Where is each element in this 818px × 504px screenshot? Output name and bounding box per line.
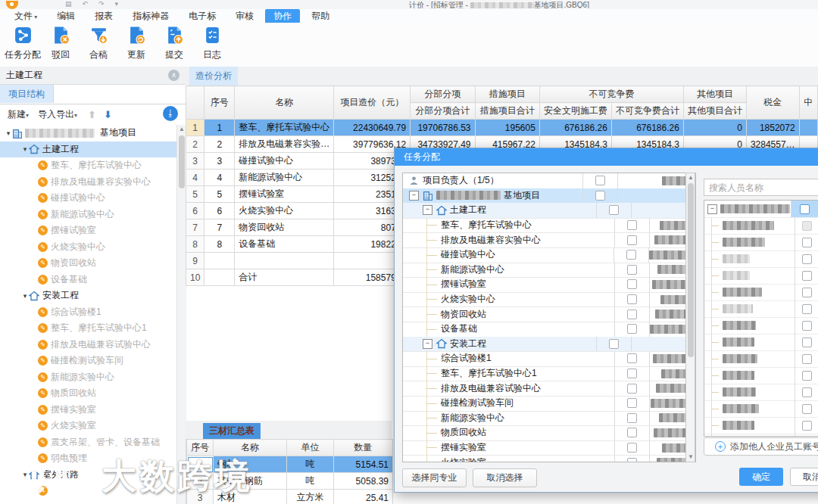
sidebar-tree-item-设备基础[interactable]: ✎设备基础	[0, 272, 176, 288]
cost-table-cell[interactable]: 设备基础	[235, 236, 334, 253]
sidebar-tree-item[interactable]: ✎	[0, 483, 176, 499]
unit-cell[interactable]: 吨	[287, 456, 334, 473]
sidebar-tree-item-新能源试验中心[interactable]: ✎新能源试验中心	[0, 207, 176, 222]
quantity-cell[interactable]: 5058.39	[333, 473, 392, 490]
row-checkbox[interactable]	[627, 443, 637, 453]
row-checkbox[interactable]	[627, 353, 637, 363]
caret-down-icon[interactable]: ▾	[21, 292, 29, 300]
row-checkbox[interactable]	[627, 369, 637, 378]
person-checkbox[interactable]	[802, 387, 812, 397]
person-checkbox[interactable]	[802, 288, 812, 297]
person-checkbox[interactable]	[802, 421, 812, 431]
personnel-row[interactable]	[704, 217, 818, 235]
summary-table-row[interactable]: 1钢材吨5154.51	[187, 456, 393, 473]
assignment-tree-row-新能源实验中心[interactable]: 新能源实验中心	[403, 411, 695, 427]
tab-cost-analysis[interactable]: 造价分析	[189, 67, 238, 86]
assignment-tree-row-整车、摩托车试验中心[interactable]: 整车、摩托车试验中心	[403, 218, 695, 234]
sidebar-tree-item-综合试验楼1[interactable]: ✎综合试验楼1	[0, 304, 176, 320]
collapse-icon[interactable]: −	[423, 205, 432, 215]
sidebar-tree-item-火烧实验室[interactable]: ✎火烧实验室	[0, 418, 176, 434]
sidebar-tree-item-碰撞试验中心[interactable]: ✎碰撞试验中心	[0, 190, 176, 206]
cancel-selection-button[interactable]: 取消选择	[473, 468, 537, 487]
row-checkbox[interactable]	[627, 235, 637, 245]
row-number-cell[interactable]: 10	[186, 269, 204, 286]
person-checkbox[interactable]	[802, 304, 812, 314]
save-icon[interactable]: ▤	[65, 0, 72, 8]
row-checkbox[interactable]	[627, 279, 637, 289]
personnel-row[interactable]	[704, 267, 818, 285]
sidebar-tree-item-碰撞检测试验车间[interactable]: ✎碰撞检测试验车间	[0, 353, 176, 369]
person-checkbox[interactable]	[802, 354, 812, 364]
assignment-tree-row-火烧实验中心[interactable]: 火烧实验中心	[403, 292, 695, 308]
提交-button[interactable]: 提交	[156, 23, 192, 64]
cost-table-cell[interactable]	[204, 269, 235, 286]
new-button[interactable]: 新建▾	[8, 108, 29, 121]
assignment-tree-row-安装工程[interactable]: −安装工程	[403, 337, 695, 353]
menu-item-指标神器[interactable]: 指标神器	[124, 9, 177, 23]
sidebar-tree-item-弱电预埋[interactable]: ✎弱电预埋	[0, 450, 176, 466]
menu-item-报表[interactable]: 报表	[86, 9, 121, 23]
personnel-row[interactable]	[704, 434, 818, 437]
material-name-cell[interactable]: 其中：钢筋	[214, 473, 287, 490]
cost-table-cell[interactable]: 1	[204, 120, 235, 136]
cost-table-cell[interactable]: 5	[204, 186, 235, 203]
person-checkbox[interactable]	[802, 271, 812, 281]
row-number-cell[interactable]: 7	[186, 219, 204, 236]
quantity-cell[interactable]: 25.41	[333, 490, 392, 504]
row-checkbox[interactable]	[627, 428, 637, 437]
cost-table-cell[interactable]: 3	[204, 153, 235, 170]
person-checkbox[interactable]	[802, 404, 812, 414]
caret-down-icon[interactable]: ▾	[5, 129, 12, 137]
personnel-row[interactable]	[704, 350, 818, 368]
row-number-cell[interactable]: 9	[186, 253, 204, 269]
row-checkbox[interactable]	[627, 310, 637, 319]
cost-table-cell[interactable]: 2	[204, 136, 235, 153]
dialog-title[interactable]: 任务分配	[395, 148, 818, 166]
sidebar-tree-item-排放及电磁兼容实验中心[interactable]: ✎排放及电磁兼容实验中心	[0, 174, 176, 190]
cost-table-cell[interactable]	[204, 253, 235, 269]
row-number-cell[interactable]: 6	[186, 203, 204, 219]
personnel-row[interactable]	[704, 284, 818, 301]
row-number-cell[interactable]: 2	[187, 473, 214, 490]
row-checkbox[interactable]	[595, 191, 605, 201]
sidebar-tree-item-物资回收站[interactable]: ✎物资回收站	[0, 255, 176, 271]
任务分配-button[interactable]: 任务分配	[5, 23, 41, 64]
cost-table-cell[interactable]: 195605	[475, 120, 539, 136]
assignment-tree-row-碰撞检测试验车间[interactable]: 碰撞检测试验车间	[403, 396, 695, 412]
assignment-tree-scrollbar[interactable]: ▲ ▼	[685, 173, 695, 462]
material-name-cell[interactable]: 钢材	[214, 456, 287, 473]
驳回-button[interactable]: 驳回	[42, 23, 79, 64]
cost-table-cell[interactable]: 火烧实验中心	[235, 203, 334, 219]
personnel-row[interactable]	[704, 300, 818, 318]
person-checkbox[interactable]	[802, 321, 812, 331]
menu-item-文件[interactable]: 文件 ▾	[6, 9, 45, 23]
sidebar-tree-item-摆锤试验室[interactable]: ✎摆锤试验室	[0, 222, 176, 238]
assignment-tree-row-物资回收站[interactable]: 物资回收站	[403, 306, 695, 322]
合稿-button[interactable]: 合稿	[80, 23, 117, 64]
assignment-tree-row-排放及电磁兼容实验中心[interactable]: 排放及电磁兼容实验中心	[403, 232, 695, 248]
menu-item-编辑[interactable]: 编辑	[48, 9, 83, 23]
assignment-tree-row-新能源试验中心[interactable]: 新能源试验中心	[403, 263, 695, 278]
scrollbar-thumb[interactable]	[179, 135, 185, 188]
row-checkbox[interactable]	[627, 458, 637, 462]
personnel-row[interactable]	[704, 367, 818, 384]
personnel-row[interactable]	[704, 384, 818, 401]
row-checkbox[interactable]	[627, 220, 637, 230]
row-checkbox[interactable]	[626, 250, 636, 260]
assignment-tree-row-摆锤实验室[interactable]: 摆锤实验室	[403, 440, 695, 456]
material-summary-table[interactable]: 序号名称单位数量1钢材吨5154.512其中：钢筋吨5058.393木材立方米2…	[186, 439, 393, 504]
sidebar-tree-item-整车、摩托车试验中心1[interactable]: ✎整车、摩托车试验中心1	[0, 320, 176, 336]
summary-table-row[interactable]: 2其中：钢筋吨5058.39	[187, 473, 393, 490]
row-number-cell[interactable]: 2	[186, 136, 204, 153]
move-down-icon[interactable]: ⬇	[104, 109, 112, 120]
row-number-cell[interactable]: 4	[186, 170, 204, 186]
undo-icon[interactable]: ↶	[83, 0, 89, 8]
menu-item-电子标[interactable]: 电子标	[180, 9, 224, 23]
sidebar-tree-item-火烧实验中心[interactable]: ✎火烧实验中心	[0, 239, 176, 255]
scroll-down-icon[interactable]: ▼	[686, 453, 695, 462]
cost-table-cell[interactable]: 新能源试验中心	[235, 170, 334, 186]
add-member-button[interactable]: + 添加他人企业员工账号	[704, 437, 818, 456]
unit-cell[interactable]: 立方米	[287, 490, 334, 504]
row-checkbox[interactable]	[627, 384, 637, 394]
assignment-tree-row-整车、摩托车试验中心1[interactable]: 整车、摩托车试验中心1	[403, 366, 695, 382]
